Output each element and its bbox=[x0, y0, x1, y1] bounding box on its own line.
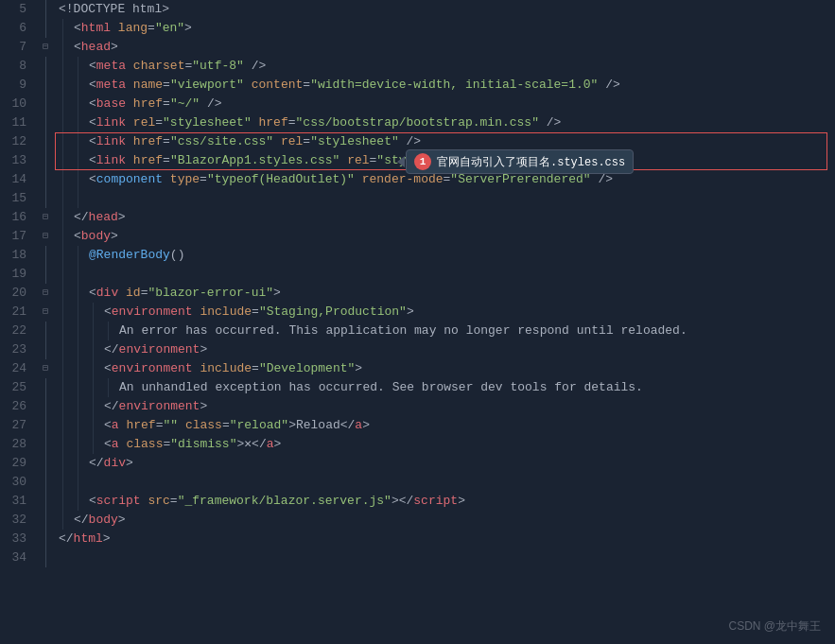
indent-guide bbox=[55, 378, 70, 397]
code-content: </environment> bbox=[100, 397, 835, 416]
code-line: 12<link href="css/site.css" rel="stylesh… bbox=[0, 132, 835, 151]
gutter bbox=[36, 492, 55, 511]
gutter bbox=[36, 378, 55, 397]
line-number: 31 bbox=[0, 492, 36, 511]
gutter bbox=[36, 76, 55, 95]
indent-guide bbox=[55, 454, 70, 473]
code-lines: 5<!DOCTYPE html>6<html lang="en">7⊟<head… bbox=[0, 0, 835, 644]
code-content: <a href="" class="reload">Reload</a> bbox=[100, 416, 835, 435]
code-line: 11<link rel="stylesheet" href="css/boots… bbox=[0, 113, 835, 132]
indent-guides bbox=[55, 435, 100, 454]
gutter bbox=[36, 322, 55, 340]
indent-guides bbox=[55, 227, 70, 246]
code-content: <base href="~/" /> bbox=[85, 95, 835, 113]
indent-guide bbox=[85, 416, 100, 435]
gutter bbox=[36, 19, 55, 38]
line-number: 10 bbox=[0, 95, 36, 113]
indent-guide bbox=[55, 435, 70, 454]
indent-guide bbox=[85, 359, 100, 378]
gutter bbox=[36, 170, 55, 189]
gutter bbox=[36, 113, 55, 132]
code-line: 15 bbox=[0, 189, 835, 208]
line-number: 18 bbox=[0, 246, 36, 265]
line-number: 11 bbox=[0, 113, 36, 132]
gutter bbox=[36, 340, 55, 359]
indent-guides bbox=[55, 265, 85, 284]
watermark: CSDN @龙中舞王 bbox=[728, 618, 821, 635]
gutter bbox=[36, 246, 55, 265]
line-number: 16 bbox=[0, 208, 36, 227]
indent-guides bbox=[55, 473, 85, 492]
indent-guide bbox=[55, 76, 70, 95]
indent-guide bbox=[55, 38, 70, 57]
code-line: 33</html> bbox=[0, 530, 835, 548]
indent-guide bbox=[55, 359, 70, 378]
code-line: 18@RenderBody() bbox=[0, 246, 835, 265]
line-number: 24 bbox=[0, 359, 36, 378]
gutter bbox=[36, 132, 55, 151]
code-line: 29</div> bbox=[0, 454, 835, 473]
indent-guide bbox=[55, 284, 70, 303]
code-content: </body> bbox=[70, 511, 835, 530]
indent-guides bbox=[55, 113, 85, 132]
code-content bbox=[85, 265, 835, 284]
code-line: 21⊟<environment include="Staging,Product… bbox=[0, 303, 835, 322]
fold-icon[interactable]: ⊟ bbox=[43, 359, 48, 378]
indent-guides bbox=[55, 95, 85, 113]
code-content: </div> bbox=[85, 454, 835, 473]
indent-guides bbox=[55, 76, 85, 95]
indent-guide bbox=[55, 340, 70, 359]
indent-guide bbox=[70, 95, 85, 113]
gutter: ⊟ bbox=[36, 303, 55, 322]
indent-guide bbox=[70, 340, 85, 359]
code-line: 9<meta name="viewport" content="width=de… bbox=[0, 76, 835, 95]
indent-guide bbox=[55, 113, 70, 132]
code-line: 27<a href="" class="reload">Reload</a> bbox=[0, 416, 835, 435]
code-content: <html lang="en"> bbox=[70, 19, 835, 38]
code-line: 32</body> bbox=[0, 511, 835, 530]
line-number: 13 bbox=[0, 151, 36, 170]
code-content: <meta name="viewport" content="width=dev… bbox=[85, 76, 835, 95]
line-number: 20 bbox=[0, 284, 36, 303]
line-number: 28 bbox=[0, 435, 36, 454]
indent-guides bbox=[55, 19, 70, 38]
indent-guides bbox=[55, 57, 85, 76]
fold-icon[interactable]: ⊟ bbox=[43, 227, 48, 246]
indent-guides bbox=[55, 492, 85, 511]
indent-guides bbox=[55, 246, 85, 265]
indent-guide bbox=[70, 246, 85, 265]
code-line: 20⊟<div id="blazor-error-ui"> bbox=[0, 284, 835, 303]
indent-guide bbox=[70, 322, 85, 340]
gutter bbox=[36, 473, 55, 492]
indent-guides bbox=[55, 340, 100, 359]
line-number: 25 bbox=[0, 378, 36, 397]
indent-guide bbox=[55, 95, 70, 113]
code-content bbox=[55, 548, 835, 567]
fold-icon[interactable]: ⊟ bbox=[43, 284, 48, 303]
indent-guide bbox=[100, 322, 115, 340]
tooltip-wrapper: 1 官网自动引入了项目名.styles.css bbox=[397, 149, 634, 174]
gutter bbox=[36, 435, 55, 454]
gutter bbox=[36, 454, 55, 473]
line-number: 19 bbox=[0, 265, 36, 284]
indent-guide bbox=[85, 435, 100, 454]
indent-guide bbox=[55, 246, 70, 265]
code-line: 19 bbox=[0, 265, 835, 284]
indent-guides bbox=[55, 511, 70, 530]
fold-icon[interactable]: ⊟ bbox=[43, 208, 48, 227]
code-content: <body> bbox=[70, 227, 835, 246]
indent-guides bbox=[55, 397, 100, 416]
fold-icon[interactable]: ⊟ bbox=[43, 303, 48, 322]
gutter bbox=[36, 511, 55, 530]
indent-guide bbox=[70, 492, 85, 511]
indent-guide bbox=[70, 265, 85, 284]
fold-icon[interactable]: ⊟ bbox=[43, 38, 48, 57]
indent-guide bbox=[70, 397, 85, 416]
badge-number: 1 bbox=[414, 153, 431, 170]
code-line: 8<meta charset="utf-8" /> bbox=[0, 57, 835, 76]
indent-guide bbox=[70, 473, 85, 492]
indent-guide bbox=[85, 322, 100, 340]
indent-guide bbox=[70, 416, 85, 435]
indent-guides bbox=[55, 322, 115, 340]
code-line: 7⊟<head> bbox=[0, 38, 835, 57]
